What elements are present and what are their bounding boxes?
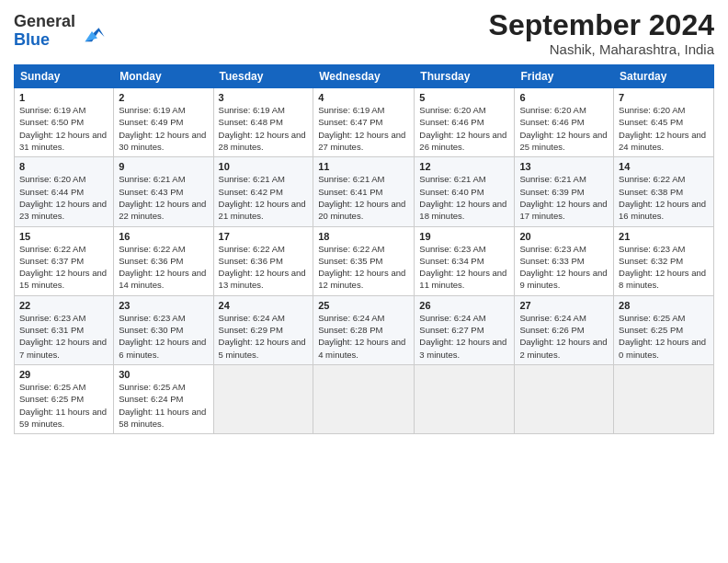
calendar-day-10: 10Sunrise: 6:21 AM Sunset: 6:42 PM Dayli…	[213, 157, 313, 226]
day-number: 17	[219, 231, 309, 242]
day-number: 27	[519, 300, 609, 311]
calendar-table: SundayMondayTuesdayWednesdayThursdayFrid…	[14, 64, 714, 434]
calendar-day-7: 7Sunrise: 6:20 AM Sunset: 6:45 PM Daylig…	[614, 88, 714, 157]
calendar-day-6: 6Sunrise: 6:20 AM Sunset: 6:46 PM Daylig…	[515, 88, 614, 157]
empty-cell	[515, 364, 614, 433]
day-info: Sunrise: 6:21 AM Sunset: 6:43 PM Dayligh…	[119, 173, 208, 222]
day-info: Sunrise: 6:22 AM Sunset: 6:36 PM Dayligh…	[219, 243, 309, 292]
day-number: 14	[619, 161, 709, 172]
calendar-day-19: 19Sunrise: 6:23 AM Sunset: 6:34 PM Dayli…	[415, 226, 515, 295]
calendar-week-3: 15Sunrise: 6:22 AM Sunset: 6:37 PM Dayli…	[15, 226, 714, 295]
day-info: Sunrise: 6:21 AM Sunset: 6:42 PM Dayligh…	[219, 173, 309, 222]
logo-blue: Blue	[14, 30, 50, 49]
day-number: 12	[419, 161, 509, 172]
weekday-header-friday: Friday	[515, 65, 614, 88]
day-info: Sunrise: 6:23 AM Sunset: 6:34 PM Dayligh…	[419, 243, 509, 292]
calendar-day-2: 2Sunrise: 6:19 AM Sunset: 6:49 PM Daylig…	[114, 88, 213, 157]
day-info: Sunrise: 6:23 AM Sunset: 6:31 PM Dayligh…	[19, 312, 108, 361]
calendar-week-4: 22Sunrise: 6:23 AM Sunset: 6:31 PM Dayli…	[15, 295, 714, 364]
weekday-header-monday: Monday	[114, 65, 213, 88]
empty-cell	[313, 364, 415, 433]
day-info: Sunrise: 6:22 AM Sunset: 6:36 PM Dayligh…	[119, 243, 208, 292]
calendar-day-4: 4Sunrise: 6:19 AM Sunset: 6:47 PM Daylig…	[313, 88, 415, 157]
weekday-header-sunday: Sunday	[15, 65, 114, 88]
calendar-day-9: 9Sunrise: 6:21 AM Sunset: 6:43 PM Daylig…	[114, 157, 213, 226]
day-info: Sunrise: 6:25 AM Sunset: 6:25 PM Dayligh…	[619, 312, 709, 361]
day-number: 1	[19, 92, 108, 103]
day-info: Sunrise: 6:19 AM Sunset: 6:47 PM Dayligh…	[318, 104, 409, 153]
logo-icon	[78, 17, 106, 45]
calendar-day-21: 21Sunrise: 6:23 AM Sunset: 6:32 PM Dayli…	[614, 226, 714, 295]
calendar-day-28: 28Sunrise: 6:25 AM Sunset: 6:25 PM Dayli…	[614, 295, 714, 364]
day-number: 25	[318, 300, 409, 311]
day-number: 29	[19, 369, 108, 380]
calendar-day-11: 11Sunrise: 6:21 AM Sunset: 6:41 PM Dayli…	[313, 157, 415, 226]
weekday-header-wednesday: Wednesday	[313, 65, 415, 88]
day-number: 24	[219, 300, 309, 311]
weekday-header-tuesday: Tuesday	[213, 65, 313, 88]
calendar-day-20: 20Sunrise: 6:23 AM Sunset: 6:33 PM Dayli…	[515, 226, 614, 295]
calendar-week-5: 29Sunrise: 6:25 AM Sunset: 6:25 PM Dayli…	[15, 364, 714, 433]
day-info: Sunrise: 6:21 AM Sunset: 6:40 PM Dayligh…	[419, 173, 509, 222]
day-number: 11	[318, 161, 409, 172]
logo-general: General	[14, 12, 75, 30]
day-info: Sunrise: 6:19 AM Sunset: 6:48 PM Dayligh…	[219, 104, 309, 153]
location: Nashik, Maharashtra, India	[489, 41, 714, 57]
calendar-day-5: 5Sunrise: 6:20 AM Sunset: 6:46 PM Daylig…	[415, 88, 515, 157]
empty-cell	[415, 364, 515, 433]
day-info: Sunrise: 6:20 AM Sunset: 6:45 PM Dayligh…	[619, 104, 709, 153]
calendar-day-25: 25Sunrise: 6:24 AM Sunset: 6:28 PM Dayli…	[313, 295, 415, 364]
day-info: Sunrise: 6:24 AM Sunset: 6:26 PM Dayligh…	[519, 312, 609, 361]
day-number: 22	[19, 300, 108, 311]
page-container: General Blue September 2024 Nashik, Maha…	[0, 0, 728, 443]
day-number: 16	[119, 231, 208, 242]
day-info: Sunrise: 6:20 AM Sunset: 6:46 PM Dayligh…	[519, 104, 609, 153]
day-number: 13	[519, 161, 609, 172]
empty-cell	[614, 364, 714, 433]
calendar-week-2: 8Sunrise: 6:20 AM Sunset: 6:44 PM Daylig…	[15, 157, 714, 226]
day-number: 8	[19, 161, 108, 172]
day-info: Sunrise: 6:24 AM Sunset: 6:29 PM Dayligh…	[219, 312, 309, 361]
day-number: 23	[119, 300, 208, 311]
calendar-header-row: SundayMondayTuesdayWednesdayThursdayFrid…	[15, 65, 714, 88]
day-number: 15	[19, 231, 108, 242]
day-info: Sunrise: 6:22 AM Sunset: 6:38 PM Dayligh…	[619, 173, 709, 222]
day-number: 21	[619, 231, 709, 242]
weekday-header-thursday: Thursday	[415, 65, 515, 88]
calendar-day-29: 29Sunrise: 6:25 AM Sunset: 6:25 PM Dayli…	[15, 364, 114, 433]
calendar-day-15: 15Sunrise: 6:22 AM Sunset: 6:37 PM Dayli…	[15, 226, 114, 295]
day-number: 18	[318, 231, 409, 242]
day-number: 10	[219, 161, 309, 172]
day-info: Sunrise: 6:23 AM Sunset: 6:33 PM Dayligh…	[519, 243, 609, 292]
calendar-day-13: 13Sunrise: 6:21 AM Sunset: 6:39 PM Dayli…	[515, 157, 614, 226]
calendar-week-1: 1Sunrise: 6:19 AM Sunset: 6:50 PM Daylig…	[15, 88, 714, 157]
calendar-day-22: 22Sunrise: 6:23 AM Sunset: 6:31 PM Dayli…	[15, 295, 114, 364]
calendar-day-23: 23Sunrise: 6:23 AM Sunset: 6:30 PM Dayli…	[114, 295, 213, 364]
day-info: Sunrise: 6:24 AM Sunset: 6:28 PM Dayligh…	[318, 312, 409, 361]
day-info: Sunrise: 6:21 AM Sunset: 6:39 PM Dayligh…	[519, 173, 609, 222]
day-info: Sunrise: 6:20 AM Sunset: 6:44 PM Dayligh…	[19, 173, 108, 222]
day-info: Sunrise: 6:21 AM Sunset: 6:41 PM Dayligh…	[318, 173, 409, 222]
day-number: 7	[619, 92, 709, 103]
calendar-day-24: 24Sunrise: 6:24 AM Sunset: 6:29 PM Dayli…	[213, 295, 313, 364]
calendar-day-8: 8Sunrise: 6:20 AM Sunset: 6:44 PM Daylig…	[15, 157, 114, 226]
day-info: Sunrise: 6:19 AM Sunset: 6:49 PM Dayligh…	[119, 104, 208, 153]
day-number: 2	[119, 92, 208, 103]
day-info: Sunrise: 6:22 AM Sunset: 6:37 PM Dayligh…	[19, 243, 108, 292]
day-number: 3	[219, 92, 309, 103]
empty-cell	[213, 364, 313, 433]
day-number: 30	[119, 369, 208, 380]
logo: General Blue	[14, 13, 106, 50]
day-info: Sunrise: 6:23 AM Sunset: 6:32 PM Dayligh…	[619, 243, 709, 292]
weekday-header-saturday: Saturday	[614, 65, 714, 88]
header-row: General Blue September 2024 Nashik, Maha…	[14, 9, 714, 57]
calendar-day-14: 14Sunrise: 6:22 AM Sunset: 6:38 PM Dayli…	[614, 157, 714, 226]
day-number: 19	[419, 231, 509, 242]
calendar-day-27: 27Sunrise: 6:24 AM Sunset: 6:26 PM Dayli…	[515, 295, 614, 364]
day-info: Sunrise: 6:19 AM Sunset: 6:50 PM Dayligh…	[19, 104, 108, 153]
day-info: Sunrise: 6:23 AM Sunset: 6:30 PM Dayligh…	[119, 312, 208, 361]
calendar-day-17: 17Sunrise: 6:22 AM Sunset: 6:36 PM Dayli…	[213, 226, 313, 295]
day-number: 26	[419, 300, 509, 311]
day-info: Sunrise: 6:25 AM Sunset: 6:25 PM Dayligh…	[19, 381, 108, 430]
day-number: 9	[119, 161, 208, 172]
